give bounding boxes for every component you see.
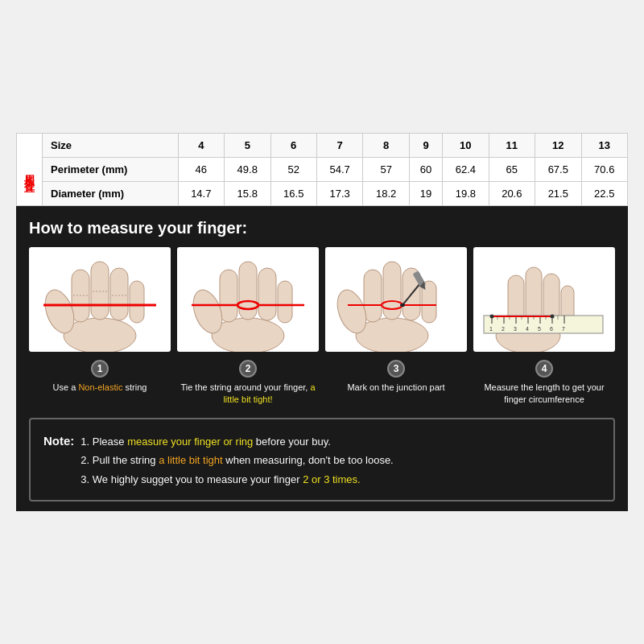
step-label-3: 3 Mark on the junction part	[325, 360, 467, 407]
main-container: 周长 直径 Size 4 5 6 7 8 9 10 11 12 13	[16, 133, 628, 511]
steps-labels: 1 Use a Non-elastic string 2 Tie the str…	[29, 360, 615, 407]
step-image-1	[29, 247, 171, 352]
step-number-2: 2	[239, 360, 257, 378]
cell-diameter-11: 20.6	[489, 182, 535, 206]
step-number-4: 4	[535, 360, 553, 378]
note-item-2: 2. Pull the string a little bit tight wh…	[80, 451, 393, 469]
note-section: Note: 1. Please measure your finger or r…	[29, 418, 615, 502]
cell-diameter-7: 17.3	[316, 182, 362, 206]
table-section: 周长 直径 Size 4 5 6 7 8 9 10 11 12 13	[16, 133, 628, 206]
step-text-2: Tie the string around your finger, a lit…	[177, 382, 319, 407]
cell-diameter-4: 14.7	[178, 182, 224, 206]
cell-diameter-9: 19	[409, 182, 442, 206]
hand-illustration-1	[29, 247, 171, 352]
step-label-1: 1 Use a Non-elastic string	[29, 360, 171, 407]
svg-text:3: 3	[514, 326, 517, 332]
svg-rect-23	[364, 270, 382, 322]
step-number-1: 1	[91, 360, 109, 378]
svg-text:5: 5	[538, 326, 541, 332]
step2-highlight: a little bit tight!	[223, 382, 315, 404]
svg-point-58	[551, 315, 555, 319]
col-header-9: 9	[409, 134, 442, 158]
step-image-4: 1 2 3 4 5 6 7	[473, 247, 615, 352]
step-number-3: 3	[387, 360, 405, 378]
step-text-4: Measure the length to get your finger ci…	[473, 382, 615, 407]
cell-diameter-8: 18.2	[363, 182, 409, 206]
svg-point-57	[490, 315, 494, 319]
step-image-2	[177, 247, 319, 352]
svg-point-22	[356, 318, 428, 352]
svg-text:4: 4	[526, 326, 529, 332]
step-text-1: Use a Non-elastic string	[53, 382, 147, 394]
svg-point-1	[64, 318, 136, 352]
table-header-row: Size 4 5 6 7 8 9 10 11 12 13	[43, 134, 628, 158]
note-label: Note:	[43, 431, 74, 452]
cell-perimeter-12: 67.5	[535, 158, 581, 182]
col-header-12: 12	[535, 134, 581, 158]
step-label-2: 2 Tie the string around your finger, a l…	[177, 360, 319, 407]
table-row-diameter: Diameter (mm) 14.7 15.8 16.5 17.3 18.2 1…	[43, 182, 628, 206]
svg-rect-16	[278, 281, 292, 323]
svg-rect-15	[258, 268, 276, 320]
col-header-4: 4	[178, 134, 224, 158]
col-header-5: 5	[225, 134, 270, 158]
svg-text:2: 2	[502, 326, 505, 332]
measure-section: How to measure your finger:	[16, 206, 628, 511]
svg-rect-4	[110, 268, 128, 320]
svg-rect-24	[383, 262, 401, 320]
note-body: 1. Please measure your finger or ring be…	[80, 432, 393, 489]
col-header-8: 8	[363, 134, 409, 158]
svg-point-32	[400, 303, 405, 307]
chinese-labels: 周长 直径	[16, 133, 42, 206]
size-table: Size 4 5 6 7 8 9 10 11 12 13 Perimeter (…	[42, 133, 628, 206]
svg-text:6: 6	[550, 326, 553, 332]
svg-point-12	[212, 318, 284, 352]
cell-perimeter-10: 62.4	[443, 158, 489, 182]
cell-perimeter-9: 60	[409, 158, 442, 182]
row-label-diameter: Diameter (mm)	[43, 182, 179, 206]
note-item-1: 1. Please measure your finger or ring be…	[80, 432, 393, 451]
cell-perimeter-13: 70.6	[581, 158, 627, 182]
step-label-4: 4 Measure the length to get your finger …	[473, 360, 615, 407]
measure-title: How to measure your finger:	[29, 219, 615, 237]
note2-highlight: a little bit tight	[159, 454, 223, 466]
cell-perimeter-7: 54.7	[316, 158, 362, 182]
hand-illustration-4: 1 2 3 4 5 6 7	[473, 247, 615, 352]
cell-perimeter-8: 57	[363, 158, 409, 182]
note-item-3: 3. We highly sugget you to measure your …	[80, 470, 393, 489]
svg-rect-3	[91, 262, 109, 320]
cell-diameter-13: 22.5	[581, 182, 627, 206]
note1-highlight: measure your finger or ring	[127, 436, 253, 448]
svg-rect-38	[526, 267, 542, 322]
cell-perimeter-5: 49.8	[225, 158, 270, 182]
col-header-size: Size	[43, 134, 179, 158]
cell-diameter-6: 16.5	[270, 182, 316, 206]
note3-highlight: 2 or 3 times.	[303, 473, 361, 485]
steps-images: 1 2 3 4 5 6 7	[29, 247, 615, 352]
hand-illustration-3	[325, 247, 467, 352]
chinese-label-circumference: 周长	[23, 163, 37, 170]
hand-illustration-2	[177, 247, 319, 352]
svg-rect-14	[239, 262, 257, 320]
svg-rect-13	[220, 270, 237, 322]
cell-diameter-10: 19.8	[443, 182, 489, 206]
cell-perimeter-6: 52	[270, 158, 316, 182]
col-header-11: 11	[489, 134, 535, 158]
svg-rect-5	[130, 281, 144, 323]
svg-text:1: 1	[489, 326, 493, 332]
cell-perimeter-11: 65	[489, 158, 535, 182]
step-image-3	[325, 247, 467, 352]
cell-diameter-5: 15.8	[225, 182, 270, 206]
step1-highlight: Non-elastic	[78, 382, 122, 392]
col-header-7: 7	[316, 134, 362, 158]
cell-diameter-12: 21.5	[535, 182, 581, 206]
cell-perimeter-4: 46	[178, 158, 224, 182]
col-header-13: 13	[581, 134, 627, 158]
col-header-6: 6	[270, 134, 316, 158]
row-label-perimeter: Perimeter (mm)	[43, 158, 179, 182]
table-row-perimeter: Perimeter (mm) 46 49.8 52 54.7 57 60 62.…	[43, 158, 628, 182]
col-header-10: 10	[443, 134, 489, 158]
note-header-line: Note: 1. Please measure your finger or r…	[43, 431, 601, 489]
svg-text:7: 7	[562, 326, 565, 332]
chinese-label-diameter: 直径	[23, 170, 37, 176]
